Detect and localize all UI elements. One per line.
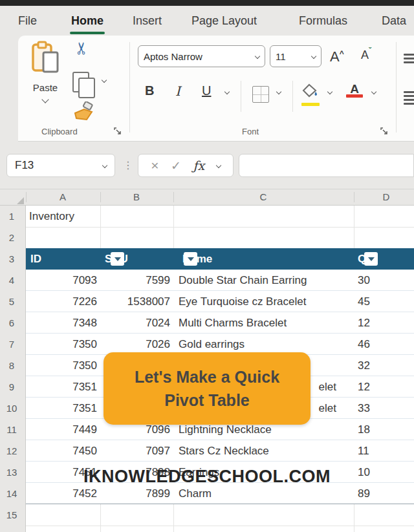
cell-sku[interactable]: 1538007 bbox=[100, 291, 173, 312]
cell-a1-inventory[interactable]: Inventory bbox=[29, 206, 74, 227]
cell-sku[interactable]: 7097 bbox=[100, 440, 173, 462]
cell-qty[interactable]: 46 bbox=[354, 334, 414, 355]
table-header-id: ID bbox=[26, 248, 100, 270]
cell-qty[interactable]: 18 bbox=[354, 419, 414, 440]
column-header-d[interactable]: D bbox=[383, 191, 390, 202]
column-header-a[interactable]: A bbox=[60, 191, 66, 202]
cell-qty[interactable]: 45 bbox=[354, 291, 414, 312]
gridline bbox=[26, 227, 414, 228]
row-header-8[interactable]: 8 bbox=[0, 355, 23, 376]
cell-sku[interactable]: 7599 bbox=[100, 270, 173, 291]
format-painter-icon[interactable] bbox=[72, 101, 94, 125]
tab-page-layout[interactable]: Page Layout bbox=[191, 6, 257, 36]
row-header-3[interactable]: 3 bbox=[0, 248, 23, 270]
bold-button[interactable]: B bbox=[145, 83, 154, 98]
name-box-value: F13 bbox=[15, 159, 34, 172]
font-color-button[interactable]: A bbox=[347, 82, 362, 96]
paste-dropdown-chevron-icon[interactable] bbox=[41, 96, 49, 103]
align-left-icon[interactable] bbox=[404, 91, 414, 107]
cell-qty[interactable]: 30 bbox=[354, 270, 414, 291]
cell-id[interactable]: 7093 bbox=[26, 270, 100, 291]
font-dialog-launcher-icon[interactable] bbox=[380, 127, 388, 135]
italic-button[interactable]: I bbox=[175, 83, 180, 99]
row-header-11[interactable]: 11 bbox=[0, 419, 23, 440]
copy-icon[interactable] bbox=[72, 72, 89, 92]
row-header-7[interactable]: 7 bbox=[0, 334, 23, 355]
divider bbox=[292, 81, 293, 112]
fill-color-button[interactable] bbox=[301, 83, 321, 101]
cell-qty[interactable]: 32 bbox=[354, 355, 414, 376]
clipboard-dialog-launcher-icon[interactable] bbox=[114, 127, 122, 135]
name-box[interactable]: F13 bbox=[6, 154, 115, 177]
formula-input[interactable] bbox=[239, 154, 414, 177]
tab-file[interactable]: File bbox=[18, 6, 37, 36]
fill-color-chevron-icon[interactable] bbox=[327, 89, 332, 94]
select-all-button[interactable] bbox=[0, 189, 26, 206]
font-name-combo[interactable]: Aptos Narrow bbox=[138, 45, 265, 67]
table-row[interactable]: 74507097Stars Cz Necklace11 bbox=[26, 440, 414, 462]
divider bbox=[241, 81, 241, 112]
paste-button[interactable]: Paste bbox=[27, 41, 63, 112]
drag-dots-icon: ⋮ bbox=[123, 159, 133, 171]
decrease-font-size-button[interactable]: Aˇ bbox=[361, 48, 371, 62]
formula-bar-row: F13 ⋮ × ✓ ƒx bbox=[0, 141, 414, 189]
cell-id[interactable]: 7351 bbox=[26, 398, 100, 419]
filter-dropdown-icon[interactable] bbox=[184, 252, 197, 266]
column-header-c[interactable]: C bbox=[260, 191, 267, 202]
cell-id[interactable]: 7226 bbox=[26, 291, 100, 312]
filter-dropdown-icon[interactable] bbox=[364, 252, 378, 266]
cell-qty[interactable]: 33 bbox=[354, 398, 414, 419]
cell-name[interactable]: Stars Cz Necklace bbox=[173, 440, 354, 462]
table-row[interactable]: 70937599Double Star Chain Earring30 bbox=[26, 270, 414, 291]
table-row[interactable]: 72261538007Eye Turquoise cz Bracelet45 bbox=[26, 291, 414, 312]
row-header-9[interactable]: 9 bbox=[0, 376, 23, 398]
font-color-chevron-icon[interactable] bbox=[371, 89, 376, 94]
cancel-icon[interactable]: × bbox=[151, 158, 158, 173]
column-divider bbox=[100, 192, 101, 202]
table-row[interactable]: 73487024Multi Charms Bracelet12 bbox=[26, 312, 414, 334]
underline-button[interactable]: U bbox=[202, 83, 211, 98]
filter-dropdown-icon[interactable] bbox=[111, 252, 124, 266]
row-header-16[interactable]: 16 bbox=[0, 526, 23, 532]
cell-name[interactable]: Multi Charms Bracelet bbox=[173, 312, 354, 334]
row-header-6[interactable]: 6 bbox=[0, 312, 23, 334]
copy-dropdown-chevron-icon[interactable] bbox=[102, 78, 107, 83]
align-top-icon[interactable] bbox=[404, 54, 414, 65]
cell-qty[interactable]: 12 bbox=[354, 376, 414, 398]
tab-data[interactable]: Data bbox=[382, 6, 406, 36]
cell-id[interactable]: 7351 bbox=[26, 376, 100, 398]
cell-sku[interactable]: 7024 bbox=[100, 312, 173, 334]
underline-chevron-icon[interactable] bbox=[224, 89, 230, 94]
cell-id[interactable]: 7348 bbox=[26, 312, 100, 334]
cell-id[interactable]: 7350 bbox=[26, 334, 100, 355]
excel-window: FileHomeInsertPage LayoutFormulasData Pa… bbox=[0, 0, 414, 532]
borders-chevron-icon[interactable] bbox=[276, 89, 281, 94]
column-header-b[interactable]: B bbox=[133, 191, 140, 202]
cell-id[interactable]: 7350 bbox=[26, 355, 100, 376]
cell-id[interactable]: 7450 bbox=[26, 440, 100, 462]
tab-insert[interactable]: Insert bbox=[133, 6, 162, 36]
insert-function-icon[interactable]: ƒx bbox=[193, 158, 204, 173]
cell-qty[interactable]: 11 bbox=[354, 440, 414, 462]
fx-chevron-icon[interactable] bbox=[215, 163, 221, 168]
font-size-combo[interactable]: 11 bbox=[270, 45, 321, 67]
tab-formulas[interactable]: Formulas bbox=[299, 6, 347, 36]
borders-icon[interactable] bbox=[252, 86, 269, 103]
cell-name[interactable]: Eye Turquoise cz Bracelet bbox=[173, 291, 354, 312]
row-header-1[interactable]: 1 bbox=[0, 206, 23, 227]
row-header-15[interactable]: 15 bbox=[0, 504, 23, 526]
cell-name[interactable]: Double Star Chain Earring bbox=[173, 270, 354, 291]
cell-qty[interactable]: 12 bbox=[354, 312, 414, 334]
enter-icon[interactable]: ✓ bbox=[171, 158, 181, 173]
cut-icon[interactable]: ✂ bbox=[72, 41, 92, 56]
row-header-12[interactable]: 12 bbox=[0, 440, 23, 462]
tab-home[interactable]: Home bbox=[71, 6, 104, 36]
row-header-2[interactable]: 2 bbox=[0, 227, 23, 248]
row-header-10[interactable]: 10 bbox=[0, 398, 23, 419]
cell-id[interactable]: 7449 bbox=[26, 419, 100, 440]
row-header-5[interactable]: 5 bbox=[0, 291, 23, 312]
row-header-4[interactable]: 4 bbox=[0, 270, 23, 291]
formula-buttons: × ✓ ƒx bbox=[138, 154, 234, 177]
increase-font-size-button[interactable]: A^ bbox=[330, 48, 344, 65]
callout-line2: Pivot Table bbox=[164, 388, 250, 412]
